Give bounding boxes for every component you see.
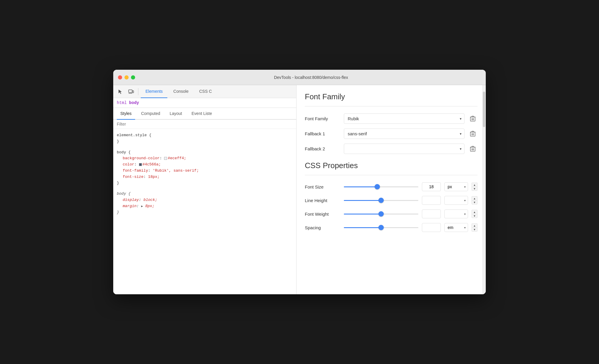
font-weight-unit-select[interactable]: 100 400 700 <box>444 209 468 218</box>
filter-input[interactable] <box>117 122 293 126</box>
font-weight-unit-container: 100 400 700 ▾ <box>444 209 468 218</box>
font-size-spin-down[interactable]: ▼ <box>472 187 477 191</box>
fallback2-delete-button[interactable] <box>468 144 477 154</box>
css-close-brace-body1: } <box>117 181 119 185</box>
minimize-button[interactable] <box>124 75 129 79</box>
css-prop-margin: margin <box>123 204 137 208</box>
css-prop-font-size: font-size <box>123 175 143 179</box>
font-size-unit-container: px em rem % ▾ <box>444 182 468 191</box>
font-family-delete-button[interactable] <box>468 114 477 124</box>
tab-event-listeners[interactable]: Event Liste <box>188 108 216 120</box>
line-height-slider-fill <box>344 200 381 201</box>
breadcrumb: html body <box>113 98 296 108</box>
line-height-row: Line Height px em <box>305 196 477 205</box>
line-height-unit-container: px em ▾ <box>444 196 468 205</box>
font-size-slider-thumb[interactable] <box>375 184 380 189</box>
font-size-label: Font Size <box>305 184 340 189</box>
devtools-panel: Elements Console CSS C html body Styles <box>113 85 297 294</box>
devtools-window: DevTools - localhost:8080/demo/css-flex <box>113 70 486 294</box>
main-tab-bar: Elements Console CSS C <box>113 85 296 98</box>
main-content: Elements Console CSS C html body Styles <box>113 85 486 294</box>
css-selector-body1: body { <box>117 150 131 155</box>
fallback2-select[interactable]: sans-serif serif <box>344 144 464 154</box>
font-size-unit-select[interactable]: px em rem % <box>444 182 468 191</box>
breadcrumb-html[interactable]: html <box>117 100 127 105</box>
spacing-spinner: ▲ ▼ <box>472 223 477 232</box>
css-properties-title: CSS Properties <box>305 161 477 175</box>
cursor-tool-button[interactable] <box>116 87 125 96</box>
font-weight-label: Font Weight <box>305 212 340 217</box>
line-height-slider-thumb[interactable] <box>378 198 384 203</box>
color-swatch-bg <box>164 157 167 160</box>
spacing-slider-track[interactable] <box>344 227 418 228</box>
tab-console[interactable]: Console <box>169 85 193 98</box>
spacing-unit-container: em px rem % ▾ <box>444 223 468 232</box>
fallback1-delete-button[interactable] <box>468 129 477 139</box>
font-size-slider-fill <box>344 186 377 187</box>
css-selector-body2: body { <box>117 191 131 196</box>
css-close-brace: } <box>117 139 119 144</box>
tab-layout[interactable]: Layout <box>166 108 186 120</box>
font-size-spin-up[interactable]: ▲ <box>472 183 477 187</box>
tab-css[interactable]: CSS C <box>195 85 217 98</box>
css-prop-bg-color: background-color <box>123 156 160 160</box>
css-val-color: #4c566a; <box>143 162 161 167</box>
spacing-slider-fill <box>344 227 381 228</box>
font-family-select[interactable]: Rubik Arial Georgia <box>344 113 464 124</box>
line-height-spin-up[interactable]: ▲ <box>472 196 477 200</box>
font-size-input[interactable] <box>422 182 441 191</box>
device-toolbar-button[interactable] <box>126 87 136 96</box>
spacing-spin-down[interactable]: ▼ <box>472 228 477 232</box>
filter-bar <box>113 120 296 129</box>
css-content: element.style { } body { background-colo… <box>113 129 296 294</box>
tab-divider <box>138 88 138 95</box>
line-height-spin-down[interactable]: ▼ <box>472 200 477 204</box>
font-family-section: Font Family Font Family Rubik Arial Geor… <box>305 92 477 154</box>
maximize-button[interactable] <box>131 75 135 79</box>
scrollbar-thumb[interactable] <box>483 92 485 127</box>
font-weight-slider-fill <box>344 214 381 214</box>
font-size-row: Font Size px em rem <box>305 182 477 191</box>
css-val-margin: 8px; <box>145 204 154 208</box>
line-height-slider-container <box>344 200 418 201</box>
font-weight-spinner: ▲ ▼ <box>472 210 477 218</box>
traffic-lights <box>118 75 135 79</box>
font-weight-slider-track[interactable] <box>344 214 418 214</box>
fallback1-select-container: sans-serif serif monospace ▾ <box>344 129 464 139</box>
breadcrumb-body[interactable]: body <box>129 100 139 105</box>
spacing-unit-select[interactable]: em px rem % <box>444 223 468 232</box>
spacing-slider-container <box>344 227 418 228</box>
line-height-unit-select[interactable]: px em <box>444 196 468 205</box>
tab-styles[interactable]: Styles <box>117 108 135 120</box>
tab-elements[interactable]: Elements <box>141 85 167 98</box>
css-val-font-family: 'Rubik', sans-serif; <box>153 168 199 173</box>
font-family-label: Font Family <box>305 116 340 121</box>
font-weight-input[interactable] <box>422 209 441 218</box>
spacing-label: Spacing <box>305 225 340 230</box>
font-weight-slider-thumb[interactable] <box>378 211 384 217</box>
fallback1-select[interactable]: sans-serif serif monospace <box>344 129 464 139</box>
close-button[interactable] <box>118 75 122 79</box>
tab-computed[interactable]: Computed <box>137 108 164 120</box>
line-height-slider-track[interactable] <box>344 200 418 201</box>
css-block-body-1: body { background-color: #eceff4; color:… <box>117 150 293 186</box>
font-family-title: Font Family <box>305 92 477 106</box>
triangle-icon[interactable]: ▶ <box>141 204 143 209</box>
css-prop-font-family: font-family <box>123 168 148 173</box>
font-weight-spin-down[interactable]: ▼ <box>472 214 477 218</box>
font-weight-spin-up[interactable]: ▲ <box>472 210 477 214</box>
css-selector: element.style { <box>117 133 151 137</box>
font-size-slider-track[interactable] <box>344 186 418 187</box>
font-family-select-container: Rubik Arial Georgia ▾ <box>344 113 464 124</box>
font-family-row: Font Family Rubik Arial Georgia ▾ <box>305 113 477 124</box>
spacing-input[interactable] <box>422 223 441 232</box>
scrollbar-track <box>482 85 486 294</box>
fallback2-select-container: sans-serif serif ▾ <box>344 144 464 154</box>
font-weight-slider-container <box>344 214 418 214</box>
spacing-slider-thumb[interactable] <box>378 225 384 230</box>
line-height-input[interactable] <box>422 196 441 205</box>
css-close-brace-body2: } <box>117 210 119 214</box>
spacing-spin-up[interactable]: ▲ <box>472 223 477 228</box>
fallback2-label: Fallback 2 <box>305 146 340 151</box>
fallback1-label: Fallback 1 <box>305 131 340 136</box>
